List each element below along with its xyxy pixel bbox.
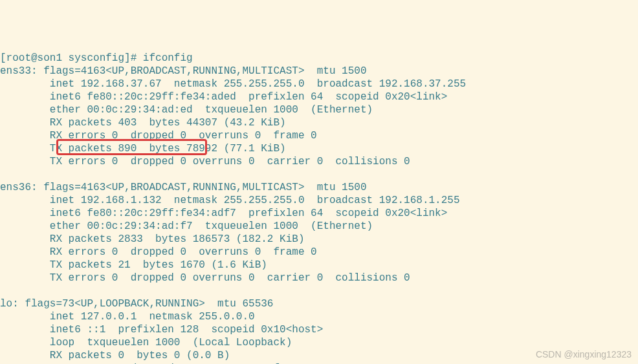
- iface-ens36-tx-errors: TX errors 0 dropped 0 overruns 0 carrier…: [0, 272, 410, 284]
- iface-ens36-rx-packets: RX packets 2833 bytes 186573 (182.2 KiB): [0, 233, 304, 245]
- iface-ens33-tx-errors: TX errors 0 dropped 0 overruns 0 carrier…: [0, 156, 410, 167]
- iface-ens33-rx-errors: RX errors 0 dropped 0 overruns 0 frame 0: [0, 130, 317, 142]
- iface-ens36-ether: ether 00:0c:29:34:ad:f7 txqueuelen 1000 …: [0, 220, 373, 232]
- iface-ens33-inet6: inet6 fe80::20c:29ff:fe34:aded prefixlen…: [0, 91, 447, 103]
- iface-ens33-header: ens33: flags=4163<UP,BROADCAST,RUNNING,M…: [0, 65, 367, 77]
- iface-ens33-inet: inet 192.168.37.67 netmask 255.255.255.0…: [0, 78, 466, 90]
- iface-ens36-header: ens36: flags=4163<UP,BROADCAST,RUNNING,M…: [0, 182, 367, 193]
- iface-ens36-inet6: inet6 fe80::20c:29ff:fe34:adf7 prefixlen…: [0, 208, 447, 219]
- iface-ens33-tx-packets: TX packets 890 bytes 78992 (77.1 KiB): [0, 143, 286, 155]
- iface-ens36-inet: inet 192.168.1.132 netmask 255.255.255.0…: [0, 195, 460, 206]
- iface-ens36-tx-packets: TX packets 21 bytes 1670 (1.6 KiB): [0, 259, 267, 271]
- shell-prompt-line: [root@son1 sysconfig]# ifconfig: [0, 52, 193, 64]
- watermark: CSDN @xingxing12323: [536, 348, 632, 361]
- iface-ens33-rx-packets: RX packets 403 bytes 44307 (43.2 KiB): [0, 117, 286, 129]
- iface-lo-loop: loop txqueuelen 1000 (Local Loopback): [0, 337, 292, 348]
- iface-lo-inet6: inet6 ::1 prefixlen 128 scopeid 0x10<hos…: [0, 324, 323, 336]
- iface-lo-rx-packets: RX packets 0 bytes 0 (0.0 B): [0, 350, 230, 361]
- iface-ens36-rx-errors: RX errors 0 dropped 0 overruns 0 frame 0: [0, 246, 317, 258]
- terminal-output[interactable]: [root@son1 sysconfig]# ifconfig ens33: f…: [0, 52, 638, 364]
- iface-lo-inet: inet 127.0.0.1 netmask 255.0.0.0: [0, 311, 255, 323]
- iface-lo-header: lo: flags=73<UP,LOOPBACK,RUNNING> mtu 65…: [0, 298, 273, 310]
- iface-ens33-ether: ether 00:0c:29:34:ad:ed txqueuelen 1000 …: [0, 104, 373, 116]
